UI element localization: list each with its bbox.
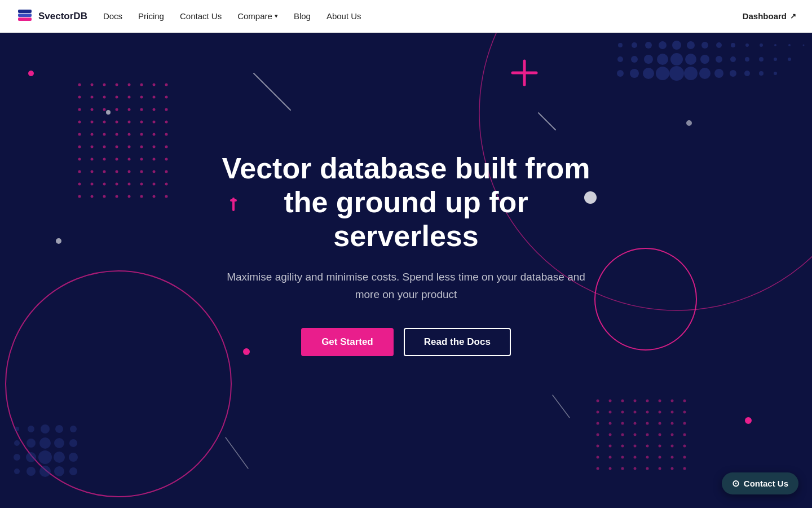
svg-line-12 <box>553 395 570 418</box>
nav-pricing[interactable]: Pricing <box>138 11 164 21</box>
nav-blog[interactable]: Blog <box>294 11 311 21</box>
svg-point-181 <box>699 68 710 79</box>
svg-point-80 <box>116 170 118 173</box>
svg-point-208 <box>38 450 52 464</box>
svg-point-34 <box>140 96 143 99</box>
svg-point-180 <box>684 67 698 80</box>
svg-point-199 <box>55 425 63 433</box>
svg-point-215 <box>69 467 77 475</box>
nav-compare-label: Compare <box>237 11 272 21</box>
dashboard-link[interactable]: Dashboard ↗ <box>743 11 796 21</box>
svg-point-206 <box>14 454 20 461</box>
contact-float-button[interactable]: ⊙ Contact Us <box>722 472 798 494</box>
svg-point-210 <box>69 453 78 462</box>
svg-point-48 <box>116 121 118 124</box>
svg-point-178 <box>656 67 669 80</box>
svg-point-169 <box>657 54 668 65</box>
svg-point-62 <box>91 146 94 148</box>
svg-point-5 <box>6 271 231 497</box>
svg-point-37 <box>78 108 81 111</box>
svg-point-14 <box>28 71 34 76</box>
nav-contact[interactable]: Contact Us <box>180 11 222 21</box>
svg-point-165 <box>731 43 735 47</box>
nav-about[interactable]: About Us <box>326 11 361 21</box>
svg-point-119 <box>621 422 624 425</box>
svg-point-90 <box>140 183 143 186</box>
svg-point-147 <box>671 456 674 459</box>
svg-point-168 <box>644 55 653 64</box>
brand-logo[interactable]: SvectorDB <box>16 7 87 25</box>
svg-point-15 <box>56 238 61 244</box>
svg-point-195 <box>774 72 777 75</box>
nav-compare[interactable]: Compare ▾ <box>237 11 278 21</box>
svg-point-70 <box>91 158 94 161</box>
svg-point-97 <box>128 195 131 198</box>
get-started-button[interactable]: Get Started <box>301 328 394 356</box>
svg-point-67 <box>153 146 156 148</box>
svg-point-188 <box>803 45 805 46</box>
svg-point-107 <box>671 400 674 402</box>
svg-point-43 <box>153 108 156 111</box>
chevron-down-icon: ▾ <box>275 12 278 20</box>
svg-point-173 <box>716 56 722 63</box>
svg-point-88 <box>116 183 118 186</box>
svg-point-196 <box>15 427 19 431</box>
svg-point-36 <box>165 96 168 99</box>
svg-point-79 <box>103 170 106 173</box>
svg-point-92 <box>165 183 168 186</box>
nav-right: Dashboard ↗ <box>743 11 796 21</box>
svg-point-175 <box>617 70 624 77</box>
svg-point-151 <box>621 467 624 470</box>
svg-point-51 <box>153 121 156 124</box>
external-link-icon: ↗ <box>790 12 796 20</box>
svg-point-66 <box>140 146 143 148</box>
svg-point-212 <box>27 467 36 476</box>
svg-point-72 <box>116 158 118 161</box>
svg-rect-2 <box>18 10 32 13</box>
svg-point-187 <box>788 44 791 46</box>
svg-point-182 <box>714 69 723 78</box>
svg-point-171 <box>685 54 696 65</box>
svg-point-105 <box>646 400 649 402</box>
svg-point-71 <box>103 158 106 161</box>
svg-point-161 <box>672 41 681 50</box>
svg-point-73 <box>128 158 131 161</box>
svg-point-96 <box>116 195 118 198</box>
svg-point-166 <box>617 56 623 62</box>
svg-point-44 <box>165 108 168 111</box>
nav-docs[interactable]: Docs <box>103 11 122 21</box>
svg-point-86 <box>91 183 94 186</box>
svg-point-76 <box>165 158 168 161</box>
svg-point-116 <box>683 411 686 414</box>
brand-name: SvectorDB <box>38 11 87 22</box>
svg-point-60 <box>165 133 168 136</box>
svg-point-152 <box>634 467 637 470</box>
svg-point-39 <box>103 108 106 111</box>
svg-point-32 <box>116 96 118 99</box>
svg-point-156 <box>683 467 686 470</box>
svg-point-155 <box>671 467 674 470</box>
svg-point-205 <box>69 439 77 447</box>
svg-point-115 <box>671 411 674 414</box>
svg-point-27 <box>153 84 156 86</box>
svg-point-113 <box>646 411 649 414</box>
svg-point-49 <box>128 121 131 124</box>
svg-point-46 <box>91 121 94 124</box>
svg-point-20 <box>745 417 752 424</box>
svg-point-63 <box>103 146 106 148</box>
svg-point-127 <box>621 433 624 436</box>
svg-point-42 <box>140 108 143 111</box>
svg-point-40 <box>116 108 118 111</box>
svg-point-53 <box>78 133 81 136</box>
read-docs-button[interactable]: Read the Docs <box>404 328 511 356</box>
svg-point-54 <box>91 133 94 136</box>
svg-point-103 <box>621 400 624 402</box>
svg-point-120 <box>634 422 637 425</box>
navbar: SvectorDB Docs Pricing Contact Us Compar… <box>0 0 812 33</box>
svg-point-194 <box>759 71 764 76</box>
hero-content: Vector database built from the ground up… <box>214 152 598 356</box>
svg-point-47 <box>103 121 106 124</box>
svg-point-148 <box>683 456 686 459</box>
dashboard-label: Dashboard <box>743 11 787 21</box>
svg-point-209 <box>54 452 65 463</box>
